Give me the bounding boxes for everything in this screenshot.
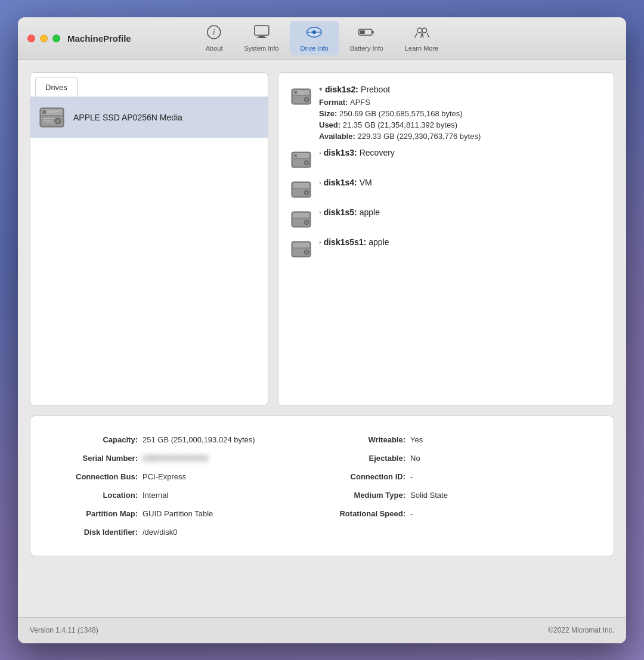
- location-value: Internal: [143, 491, 168, 500]
- capacity-row: Capacity: 251 GB (251,000,193,024 bytes): [54, 430, 322, 449]
- svg-line-17: [427, 33, 429, 38]
- svg-rect-23: [47, 112, 56, 113]
- svg-rect-10: [372, 31, 374, 33]
- disk1s2-sublabel: Preboot: [361, 85, 390, 94]
- svg-rect-2: [255, 26, 269, 35]
- partition-disk1s5-details: › disk1s5: apple: [319, 207, 602, 219]
- partition-disk1s3-icon: [290, 149, 312, 171]
- available-label: Available:: [319, 132, 358, 141]
- tab-battery-info-label: Battery Info: [350, 45, 383, 52]
- learn-more-icon: [413, 24, 431, 42]
- svg-rect-36: [298, 92, 304, 93]
- disk1s5s1-chevron[interactable]: ›: [319, 238, 321, 246]
- used-value: 21.35 GB (21,354,811,392 bytes): [343, 120, 457, 129]
- svg-rect-27: [44, 120, 52, 121]
- disk1s4-chevron[interactable]: ›: [319, 179, 321, 186]
- partition-disk1s5s1-icon: [290, 238, 312, 260]
- app-window: MachineProfile i About: [18, 17, 626, 643]
- serial-value: C02XXXXXXXXXX: [143, 454, 209, 463]
- connection-id-row: Connection ID: -: [322, 467, 590, 486]
- svg-rect-21: [42, 110, 46, 114]
- partition-map-value: GUID Partition Table: [143, 509, 213, 518]
- tab-drive-info-label: Drive Info: [301, 45, 329, 52]
- partition-disk1s4-icon: [290, 179, 312, 200]
- svg-point-41: [306, 162, 308, 163]
- tab-learn-more-label: Learn More: [405, 45, 438, 52]
- connection-bus-row: Connection Bus: PCI-Express: [54, 467, 322, 486]
- writeable-value: Yes: [410, 435, 423, 444]
- disk1s3-sublabel: Recovery: [360, 148, 395, 157]
- drive-name: APPLE SSD AP0256N Media: [73, 113, 182, 122]
- svg-line-14: [415, 33, 417, 38]
- footer: Version 1.4.11 (1348) ©2022 Micromat Inc…: [18, 617, 626, 643]
- tab-learn-more[interactable]: Learn More: [394, 21, 449, 55]
- partition-list: ▾ disk1s2: Preboot Format: APFS: [290, 85, 602, 260]
- titlebar: MachineProfile i About: [18, 17, 626, 60]
- disk1s5-chevron[interactable]: ›: [319, 209, 321, 216]
- tab-system-info[interactable]: System Info: [234, 21, 290, 55]
- top-section: Drives: [30, 72, 614, 406]
- svg-rect-34: [294, 91, 297, 94]
- details-left-column: Capacity: 251 GB (251,000,193,024 bytes)…: [54, 430, 322, 541]
- svg-rect-42: [294, 154, 297, 157]
- footer-copyright: ©2022 Micromat Inc.: [548, 626, 614, 634]
- bottom-section: Capacity: 251 GB (251,000,193,024 bytes)…: [30, 416, 614, 556]
- tab-battery-info[interactable]: Battery Info: [339, 21, 394, 55]
- details-grid: Capacity: 251 GB (251,000,193,024 bytes)…: [54, 430, 590, 541]
- partition-disk1s5s1: › disk1s5s1: apple: [290, 237, 602, 260]
- drives-tab[interactable]: Drives: [35, 78, 78, 97]
- battery-info-icon: [358, 24, 376, 42]
- svg-rect-11: [360, 30, 365, 34]
- svg-point-47: [306, 191, 308, 193]
- disk1s2-info-rows: Format: APFS Size: 250.69 GB (250,685,57…: [319, 98, 602, 141]
- partition-disk1s2-icon: [290, 86, 312, 107]
- tab-about[interactable]: i About: [195, 21, 234, 55]
- disk1s2-name: disk1s2:: [325, 85, 358, 94]
- disk1s2-chevron[interactable]: ▾: [319, 85, 323, 93]
- partition-disk1s4: › disk1s4: VM: [290, 178, 602, 200]
- disk-id-value: /dev/disk0: [143, 528, 178, 537]
- main-content: Drives: [18, 60, 626, 617]
- svg-rect-49: [293, 213, 309, 218]
- writeable-label: Writeable:: [322, 435, 405, 444]
- partition-disk1s2-header: ▾ disk1s2: Preboot: [319, 85, 602, 94]
- size-value: 250.69 GB (250,685,575,168 bytes): [339, 109, 463, 118]
- serial-label: Serial Number:: [54, 454, 138, 463]
- minimize-button[interactable]: [40, 35, 48, 42]
- capacity-value: 251 GB (251,000,193,024 bytes): [143, 435, 255, 444]
- connection-id-value: -: [410, 472, 413, 481]
- svg-rect-54: [293, 243, 309, 247]
- svg-point-33: [306, 98, 308, 100]
- disk1s2-format: Format: APFS: [319, 98, 602, 107]
- connection-bus-label: Connection Bus:: [54, 472, 138, 481]
- connection-bus-value: PCI-Express: [143, 472, 186, 481]
- serial-row: Serial Number: C02XXXXXXXXXX: [54, 449, 322, 467]
- disk-id-label: Disk Identifier:: [54, 528, 138, 537]
- disk-id-row: Disk Identifier: /dev/disk0: [54, 523, 322, 541]
- partition-map-row: Partition Map: GUID Partition Table: [54, 504, 322, 523]
- ejectable-row: Ejectable: No: [322, 449, 590, 467]
- medium-type-row: Medium Type: Solid State: [322, 486, 590, 504]
- capacity-label: Capacity:: [54, 435, 138, 444]
- maximize-button[interactable]: [52, 35, 60, 42]
- drive-disk-icon: [38, 103, 66, 132]
- close-button[interactable]: [27, 35, 35, 42]
- rotational-speed-row: Rotational Speed: -: [322, 504, 590, 523]
- disk1s4-sublabel: VM: [360, 178, 372, 187]
- disk1s5-name: disk1s5:: [324, 207, 357, 217]
- disk1s2-used: Used: 21.35 GB (21,354,811,392 bytes): [319, 120, 602, 129]
- partition-disk1s5s1-header: › disk1s5s1: apple: [319, 237, 602, 247]
- partition-disk1s5: › disk1s5: apple: [290, 207, 602, 230]
- tab-about-label: About: [206, 45, 223, 52]
- info-panel: ▾ disk1s2: Preboot Format: APFS: [278, 72, 614, 406]
- disk1s4-name: disk1s4:: [324, 178, 357, 187]
- disk1s5s1-name: disk1s5s1:: [324, 237, 367, 247]
- svg-text:i: i: [213, 28, 215, 37]
- partition-map-label: Partition Map:: [54, 509, 138, 518]
- drive-item[interactable]: APPLE SSD AP0256N Media: [30, 97, 268, 138]
- disk1s3-chevron[interactable]: ›: [319, 149, 321, 156]
- disk1s5-sublabel: apple: [360, 207, 380, 217]
- drives-list[interactable]: APPLE SSD AP0256N Media: [30, 97, 268, 405]
- tab-drive-info[interactable]: Drive Info: [290, 21, 339, 55]
- writeable-row: Writeable: Yes: [322, 430, 590, 449]
